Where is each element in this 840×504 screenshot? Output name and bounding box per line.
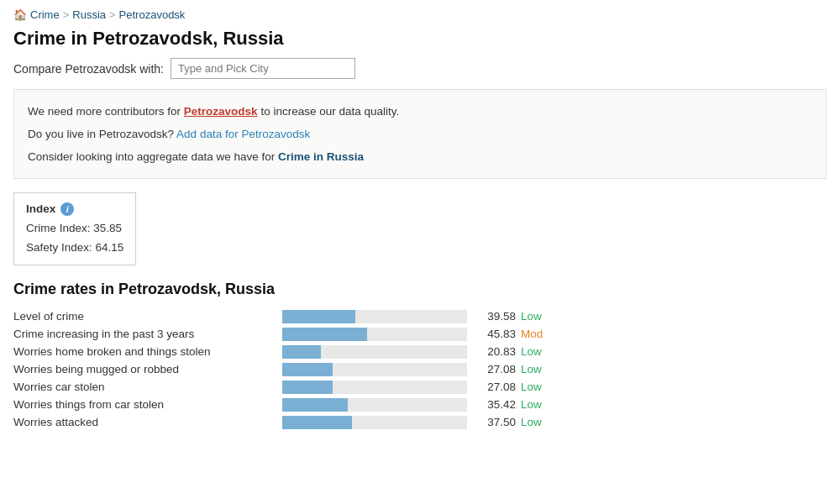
bar-fill [282,416,352,429]
crime-label: Worries being mugged or robbed [13,363,282,375]
compare-city-input[interactable] [171,58,355,79]
page-title: Crime in Petrozavodsk, Russia [13,28,827,50]
table-row: Worries being mugged or robbed 27.08 Low [13,363,827,376]
table-row: Worries things from car stolen 35.42 Low [13,398,827,412]
crime-index-value: 35.85 [93,222,122,234]
crime-value: 27.08 [475,363,516,375]
safety-index-value: 64.15 [96,241,124,254]
breadcrumb-russia-link[interactable]: Russia [72,8,106,21]
table-row: Level of crime 39.58 Low [13,310,827,323]
notice-line1-post: to increase our data quality. [258,105,400,118]
crime-level: Low [521,310,542,323]
compare-label: Compare Petrozavodsk with: [13,62,164,76]
crime-label: Worries home broken and things stolen [13,345,282,358]
notice-line-2: Do you live in Petrozavodsk? Add data fo… [28,123,812,145]
crime-level: Low [521,416,542,428]
index-title: Index [26,200,55,219]
table-row: Worries home broken and things stolen 20… [13,345,827,359]
crime-index-row: Crime Index: 35.85 [26,219,123,239]
crime-value: 45.83 [475,328,516,340]
notice-line-3: Consider looking into aggregate data we … [28,145,812,168]
bar-container [282,398,467,412]
breadcrumb-crime-link[interactable]: Crime [30,8,60,21]
bar-container [282,345,467,359]
safety-index-row: Safety Index: 64.15 [26,239,123,258]
crime-label: Worries attacked [13,416,282,428]
bar-fill [282,345,321,359]
crime-russia-link[interactable]: Crime in Russia [278,150,364,163]
breadcrumb-sep-2: > [109,8,116,21]
crime-label: Level of crime [13,310,282,323]
crime-value: 20.83 [475,345,516,358]
table-row: Crime increasing in the past 3 years 45.… [13,328,827,341]
crime-value: 35.42 [475,398,516,411]
crime-level: Low [521,363,542,375]
notice-line3-pre: Consider looking into aggregate data we … [28,150,278,163]
breadcrumb-sep-1: > [63,8,70,21]
index-header: Index i [26,200,123,219]
table-row: Worries attacked 37.50 Low [13,416,827,429]
crime-level: Low [521,345,542,358]
table-row: Worries car stolen 27.08 Low [13,381,827,394]
crime-label: Crime increasing in the past 3 years [13,328,282,340]
crime-index-label: Crime Index: [26,222,91,234]
notice-city-link[interactable]: Petrozavodsk [184,105,258,118]
bar-container [282,381,467,394]
crime-value: 37.50 [475,416,516,428]
crime-label: Worries car stolen [13,381,282,393]
breadcrumb-petrozavodsk-link[interactable]: Petrozavodsk [119,8,186,21]
notice-line1-pre: We need more contributors for [28,105,184,118]
safety-index-label: Safety Index: [26,241,92,254]
breadcrumb: 🏠 Crime > Russia > Petrozavodsk [13,8,827,21]
notice-line-1: We need more contributors for Petrozavod… [28,100,812,123]
notice-box: We need more contributors for Petrozavod… [13,89,827,179]
bar-fill [282,363,333,376]
bar-container [282,310,467,323]
crime-level: Low [521,398,542,411]
crime-level: Low [521,381,542,393]
bar-container [282,328,467,341]
bar-fill [282,310,355,323]
compare-row: Compare Petrozavodsk with: [13,58,827,79]
crime-value: 39.58 [475,310,516,323]
notice-line2-pre: Do you live in Petrozavodsk? [28,128,174,140]
home-icon: 🏠 [13,8,27,21]
crime-level: Mod [521,328,543,340]
crime-rates-title: Crime rates in Petrozavodsk, Russia [13,281,827,298]
crime-value: 27.08 [475,381,516,393]
bar-fill [282,328,367,341]
bar-fill [282,398,348,412]
crime-label: Worries things from car stolen [13,398,282,411]
bar-fill [282,381,333,394]
info-icon[interactable]: i [60,202,74,216]
bar-container [282,363,467,376]
index-box: Index i Crime Index: 35.85 Safety Index:… [13,192,136,265]
bar-container [282,416,467,429]
crime-rates-table: Level of crime 39.58 Low Crime increasin… [13,310,827,429]
add-data-link[interactable]: Add data for Petrozavodsk [176,128,310,140]
